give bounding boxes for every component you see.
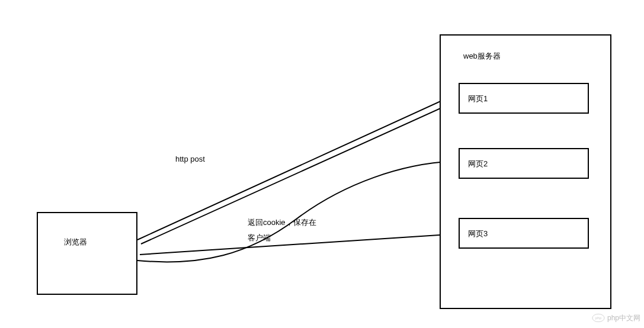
http-post-label: http post (175, 155, 205, 163)
browser-label: 浏览器 (64, 237, 87, 247)
page-3-box: 网页3 (459, 218, 589, 249)
page-2-label: 网页2 (468, 159, 488, 169)
page-1-label: 网页1 (468, 94, 488, 104)
line-to-page2 (137, 161, 457, 262)
php-icon: php (592, 311, 605, 324)
cookie-label-line2: 客户端 (248, 233, 271, 243)
svg-point-0 (592, 314, 604, 321)
page-3-label: 网页3 (468, 229, 488, 239)
watermark: php php中文网 (592, 311, 640, 324)
page-1-box: 网页1 (459, 83, 589, 114)
server-box: web服务器 网页1 网页2 网页3 (440, 34, 611, 309)
line-to-page3 (140, 234, 457, 255)
svg-text:php: php (595, 316, 602, 320)
watermark-text: php中文网 (607, 313, 640, 323)
server-title: web服务器 (463, 51, 501, 62)
cookie-label-line1: 返回cookie，保存在 (248, 217, 316, 228)
browser-box: 浏览器 (37, 212, 137, 295)
page-2-box: 网页2 (459, 148, 589, 179)
